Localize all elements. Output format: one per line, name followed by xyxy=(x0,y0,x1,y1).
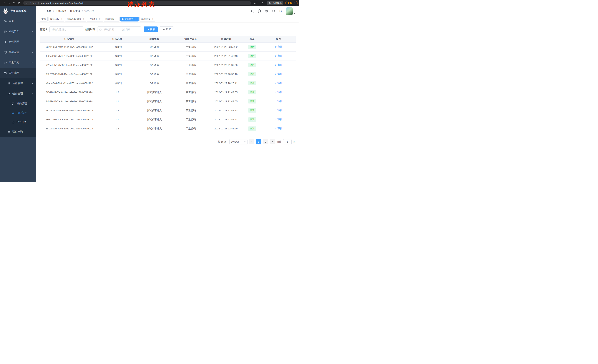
browser-home-button[interactable] xyxy=(17,0,22,6)
page-size-select[interactable]: 10条/页 xyxy=(229,139,248,145)
goto-page-input[interactable] xyxy=(283,139,291,145)
view-tab[interactable]: 流程表单-编辑 × xyxy=(65,17,86,22)
browser-back-button[interactable] xyxy=(1,0,7,6)
view-tab[interactable]: 待办任务 × xyxy=(120,17,139,22)
status-badge: 激活 xyxy=(248,90,256,94)
approve-link[interactable]: 审批 xyxy=(274,81,282,85)
cell-task-name: 1.2 xyxy=(99,124,136,133)
cell-task-id: 8f059c03-7ac8-11ec-a9e2-a2380e71991a xyxy=(40,97,99,106)
cell-process: OA 请假 xyxy=(136,42,173,51)
start-date-input[interactable] xyxy=(102,28,116,31)
topbar: 首页 / 工作流程 / 任务管理 / 待办任务 T T xyxy=(36,6,299,16)
tab-close-icon[interactable]: × xyxy=(134,18,137,20)
refresh-icon xyxy=(163,28,165,31)
menu-icon xyxy=(8,82,11,85)
view-tab[interactable]: 发起流程 × xyxy=(49,17,64,22)
edit-icon xyxy=(274,55,277,57)
view-tab[interactable]: 首页 xyxy=(40,17,48,22)
browser-forward-button[interactable] xyxy=(7,0,11,6)
tab-close-icon[interactable]: × xyxy=(115,18,118,20)
tab-close-icon[interactable]: × xyxy=(60,18,63,20)
password-key-button[interactable] xyxy=(253,0,258,6)
approve-link[interactable]: 审批 xyxy=(274,118,282,121)
cell-status: 激活 xyxy=(243,115,261,124)
sidebar-item-label: 任务管理 xyxy=(12,92,31,95)
sidebar-item[interactable]: 任务管理 xyxy=(0,89,36,99)
date-range-picker[interactable]: - xyxy=(97,26,141,32)
cell-initiator: 芋道源码 xyxy=(173,79,208,88)
view-tab[interactable]: 已办任务 × xyxy=(87,17,103,22)
status-badge: 激活 xyxy=(248,54,256,58)
header-search-button[interactable] xyxy=(249,8,255,14)
cell-task-name: 1.2 xyxy=(99,106,136,115)
menu-icon xyxy=(4,30,7,33)
approve-link[interactable]: 审批 xyxy=(274,63,282,67)
edit-icon xyxy=(274,91,277,94)
bookmark-star-button[interactable] xyxy=(260,0,265,6)
status-badge: 激活 xyxy=(248,81,256,85)
reset-button[interactable]: 重置 xyxy=(160,26,174,32)
sidebar-item[interactable]: 待办任务 xyxy=(0,108,36,117)
page-number-button[interactable]: 1 xyxy=(256,139,261,145)
cell-status: 激活 xyxy=(243,88,261,97)
cell-create-time: 2022-01-21 22:43:55 xyxy=(208,88,243,97)
user-avatar-menu[interactable] xyxy=(286,8,296,15)
approve-link[interactable]: 审批 xyxy=(274,100,282,103)
sidebar-item[interactable]: 首页 xyxy=(0,16,36,26)
view-tab[interactable]: 我的流程 × xyxy=(104,17,119,22)
approve-link[interactable]: 审批 xyxy=(274,54,282,57)
tab-close-icon[interactable]: × xyxy=(151,18,154,20)
approve-link[interactable]: 审批 xyxy=(274,73,282,76)
app-logo[interactable]: 芋道管理系统 xyxy=(0,6,36,16)
sidebar-item[interactable]: 基础设施 xyxy=(0,47,36,57)
menu-icon xyxy=(4,40,7,43)
table-row: 75d72608-7b7f-11ec-a3c8-acde48001122 一级审… xyxy=(40,70,296,79)
cell-create-time: 2022-01-22 18:25:41 xyxy=(208,79,243,88)
end-date-input[interactable] xyxy=(118,28,133,31)
sidebar-item[interactable]: 请假查询 xyxy=(0,127,36,137)
breadcrumb-item[interactable]: 首页 xyxy=(46,9,51,13)
forward-icon xyxy=(8,2,11,5)
menu-icon xyxy=(4,20,7,23)
approve-link[interactable]: 审批 xyxy=(274,127,282,130)
cell-initiator: 芋道源码 xyxy=(173,42,208,51)
breadcrumb-item[interactable]: 工作流程 xyxy=(56,9,66,13)
breadcrumb-item[interactable]: 任务管理 xyxy=(70,9,80,13)
sidebar-item[interactable]: 工作流程 xyxy=(0,68,36,78)
process-name-input[interactable] xyxy=(50,26,83,32)
tab-close-icon[interactable]: × xyxy=(82,18,84,20)
tab-close-icon[interactable]: × xyxy=(99,18,101,20)
approve-link[interactable]: 审批 xyxy=(274,45,282,49)
task-table: 任务编号任务名称所属流程流程发起人创建时间状态操作 73211d9d-7b9b-… xyxy=(40,36,296,133)
sidebar-item[interactable]: 已办任务 xyxy=(0,117,36,127)
sidebar-item[interactable]: 支付管理 xyxy=(0,37,36,47)
update-button[interactable]: 更新 xyxy=(285,1,298,5)
cell-task-id: 73211d9d-7b9b-11ec-b5b7-acde48001122 xyxy=(40,42,99,51)
security-label: 不安全 xyxy=(30,1,37,5)
sidebar-item[interactable]: 流程管理 xyxy=(0,78,36,89)
column-header: 所属流程 xyxy=(136,36,173,42)
breadcrumb-separator: / xyxy=(53,10,54,13)
page-number-button[interactable]: 2 xyxy=(263,139,268,145)
view-tab[interactable]: 流程详情 × xyxy=(140,17,155,22)
filter-bar: 流程名 创建时间 - 搜索 重置 xyxy=(40,26,296,32)
sidebar-item[interactable]: 我的流程 xyxy=(0,99,36,108)
sidebar-item[interactable]: 系统管理 xyxy=(0,26,36,37)
docs-help-button[interactable] xyxy=(263,8,269,14)
font-size-button[interactable]: T T xyxy=(277,9,283,13)
sidebar-item[interactable]: 研发工具 xyxy=(0,57,36,68)
next-page-button[interactable] xyxy=(270,139,275,145)
address-bar[interactable]: 不安全 dashboard.yudao.iocoder.cn/bpm/task/… xyxy=(23,1,251,5)
cell-action: 审批 xyxy=(261,42,296,51)
cell-task-id: 75d72608-7b7f-11ec-a3c8-acde48001122 xyxy=(40,70,99,79)
browser-reload-button[interactable] xyxy=(11,0,17,6)
fullscreen-button[interactable] xyxy=(270,8,276,14)
search-icon xyxy=(147,28,149,31)
prev-page-button[interactable] xyxy=(249,139,254,145)
approve-link[interactable]: 审批 xyxy=(274,109,282,112)
github-link[interactable] xyxy=(256,8,262,14)
search-button[interactable]: 搜索 xyxy=(144,26,158,32)
github-icon xyxy=(258,9,261,13)
sidebar-toggle[interactable] xyxy=(36,6,46,16)
approve-link[interactable]: 审批 xyxy=(274,90,282,94)
